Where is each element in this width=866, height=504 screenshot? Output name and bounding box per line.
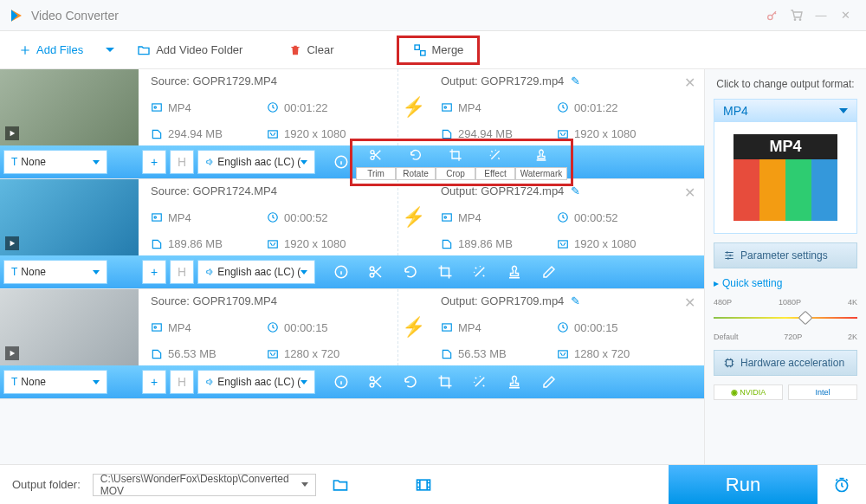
trim-button[interactable] bbox=[367, 373, 385, 391]
effect-button[interactable] bbox=[471, 263, 488, 281]
audio-track-select[interactable]: English aac (LC) (mp bbox=[197, 370, 315, 394]
source-label: Source: GOPR1729.MP4 bbox=[151, 74, 385, 87]
crop-button[interactable] bbox=[436, 373, 454, 391]
clock-icon bbox=[557, 101, 569, 113]
video-thumbnail[interactable] bbox=[0, 179, 139, 255]
resolution-icon bbox=[267, 348, 279, 360]
subtitle-select[interactable]: TNone bbox=[3, 370, 107, 394]
schedule-button[interactable] bbox=[830, 473, 854, 497]
output-label: Output: GOPR1724.mp4 bbox=[441, 184, 564, 197]
rotate-button[interactable]: Rotate bbox=[396, 145, 436, 180]
edit-button[interactable] bbox=[540, 373, 558, 391]
effect-button[interactable]: Effect bbox=[475, 145, 515, 180]
add-files-label: Add Files bbox=[36, 43, 83, 56]
watermark-button[interactable]: Watermark bbox=[515, 145, 567, 180]
bolt-icon: ⚡ bbox=[398, 69, 429, 145]
filmstrip-button[interactable] bbox=[411, 473, 436, 497]
hardcode-subtitle-button[interactable]: H bbox=[170, 370, 194, 394]
key-icon[interactable] bbox=[760, 3, 785, 28]
close-button[interactable]: ✕ bbox=[833, 3, 857, 28]
size-icon bbox=[441, 348, 453, 360]
output-folder-label: Output folder: bbox=[12, 478, 81, 491]
stamp-icon bbox=[534, 148, 548, 162]
merge-button[interactable]: Merge bbox=[403, 40, 475, 61]
svg-rect-37 bbox=[417, 480, 430, 490]
run-button[interactable]: Run bbox=[669, 465, 818, 505]
hardware-accel-button[interactable]: Hardware acceleration bbox=[714, 350, 857, 376]
trim-button[interactable] bbox=[367, 263, 385, 281]
open-folder-button[interactable] bbox=[328, 473, 352, 497]
svg-rect-21 bbox=[559, 240, 568, 247]
subtitle-select[interactable]: TNone bbox=[3, 150, 107, 174]
rename-output-button[interactable]: ✎ bbox=[571, 294, 580, 307]
effect-button[interactable] bbox=[471, 373, 488, 391]
crop-button[interactable]: Crop bbox=[436, 145, 475, 180]
info-button[interactable] bbox=[333, 373, 350, 391]
pencil-icon bbox=[541, 264, 557, 280]
file-row: ✕ Source: GOPR1709.MP4 MP400:00:15 56.53… bbox=[0, 289, 704, 399]
rename-output-button[interactable]: ✎ bbox=[571, 74, 580, 87]
audio-track-select[interactable]: English aac (LC) (mp bbox=[197, 150, 315, 174]
resolution-icon bbox=[267, 128, 279, 140]
scissors-icon bbox=[368, 374, 384, 390]
nvidia-logo: ◉ NVIDIA bbox=[714, 384, 783, 400]
rotate-button[interactable] bbox=[402, 263, 419, 281]
file-controls: TNone +H English aac (LC) (mp bbox=[0, 365, 704, 398]
crop-button[interactable] bbox=[436, 263, 454, 281]
info-button[interactable] bbox=[333, 263, 350, 281]
output-folder-input[interactable]: C:\Users\WonderFox\Desktop\Converted MOV bbox=[93, 474, 317, 496]
hardcode-subtitle-button[interactable]: H bbox=[170, 150, 194, 174]
svg-point-30 bbox=[444, 326, 446, 328]
trim-button[interactable]: Trim bbox=[356, 145, 396, 180]
cart-icon[interactable] bbox=[785, 3, 809, 28]
rename-output-button[interactable]: ✎ bbox=[571, 184, 580, 197]
app-title: Video Converter bbox=[31, 9, 119, 23]
add-subtitle-button[interactable]: + bbox=[142, 260, 166, 284]
output-format-select[interactable]: MP4 bbox=[714, 100, 856, 122]
audio-track-select[interactable]: English aac (LC) (mp bbox=[197, 260, 315, 284]
add-files-button[interactable]: Add Files bbox=[9, 40, 94, 60]
svg-rect-10 bbox=[559, 130, 568, 137]
video-thumbnail[interactable] bbox=[0, 69, 139, 145]
watermark-button[interactable] bbox=[506, 373, 523, 391]
pencil-icon bbox=[541, 374, 557, 390]
clear-button[interactable]: Clear bbox=[279, 40, 344, 60]
merge-highlight-box: Merge bbox=[397, 36, 481, 65]
quality-slider[interactable] bbox=[714, 307, 857, 333]
video-thumbnail[interactable] bbox=[0, 289, 139, 365]
files-column: ✕ Source: GOPR1729.MP4 MP4 00:01:22 294.… bbox=[0, 69, 705, 464]
svg-point-34 bbox=[370, 377, 374, 381]
edit-button[interactable] bbox=[540, 263, 558, 281]
output-format-box[interactable]: MP4 MP4 bbox=[714, 99, 857, 234]
output-label: Output: GOPR1729.mp4 bbox=[441, 74, 564, 87]
subtitle-select[interactable]: TNone bbox=[3, 260, 107, 284]
size-icon bbox=[151, 128, 163, 140]
side-panel: Click to change output format: MP4 MP4 P… bbox=[705, 69, 866, 464]
play-icon[interactable] bbox=[5, 236, 19, 250]
play-icon[interactable] bbox=[5, 126, 19, 140]
hardcode-subtitle-button[interactable]: H bbox=[170, 260, 194, 284]
clock-icon bbox=[557, 211, 569, 223]
source-info: Source: GOPR1724.MP4 MP400:00:52 189.86 … bbox=[139, 179, 398, 255]
svg-point-4 bbox=[154, 107, 156, 108]
rotate-button[interactable] bbox=[402, 373, 419, 391]
toolbar: Add Files Add Video Folder Clear Merge bbox=[0, 31, 866, 69]
minimize-button[interactable]: — bbox=[809, 3, 833, 28]
file-row: ✕ Source: GOPR1729.MP4 MP4 00:01:22 294.… bbox=[0, 69, 704, 179]
speaker-icon bbox=[205, 377, 214, 387]
watermark-button[interactable] bbox=[506, 263, 523, 281]
format-icon bbox=[441, 101, 453, 113]
svg-rect-6 bbox=[268, 130, 278, 137]
info-button[interactable] bbox=[333, 153, 350, 171]
parameter-settings-button[interactable]: Parameter settings bbox=[714, 242, 857, 268]
svg-point-15 bbox=[154, 216, 156, 218]
add-folder-button[interactable]: Add Video Folder bbox=[126, 40, 253, 61]
svg-rect-17 bbox=[268, 240, 278, 247]
add-files-dropdown[interactable] bbox=[106, 48, 114, 52]
add-subtitle-button[interactable]: + bbox=[142, 370, 166, 394]
svg-point-24 bbox=[370, 274, 374, 278]
add-subtitle-button[interactable]: + bbox=[142, 150, 166, 174]
main-content: ✕ Source: GOPR1729.MP4 MP4 00:01:22 294.… bbox=[0, 69, 866, 464]
play-icon[interactable] bbox=[5, 346, 19, 360]
size-icon bbox=[151, 238, 163, 250]
